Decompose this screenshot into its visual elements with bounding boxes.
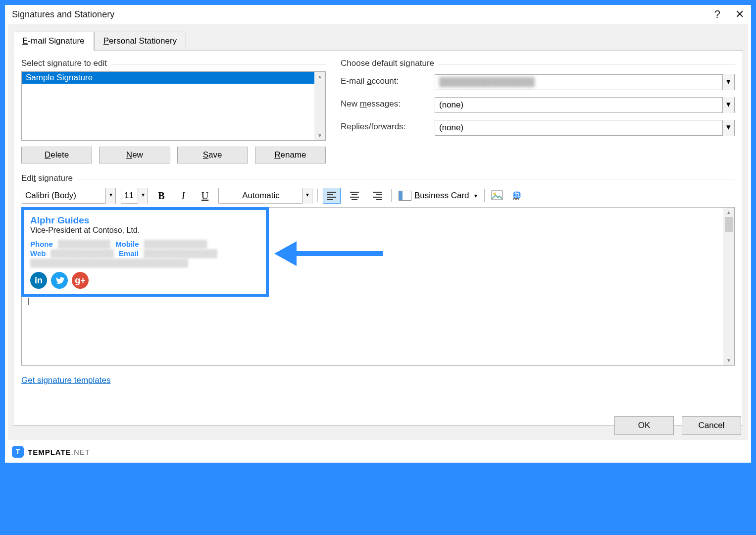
scroll-down-icon[interactable]: ▼	[726, 358, 731, 363]
chevron-down-icon[interactable]: ▾	[105, 188, 115, 204]
address-value: ██████████████████████████████	[30, 259, 188, 267]
save-button[interactable]: Save	[177, 147, 248, 163]
dialog-window: Signatures and Stationery ? ✕ E-mail Sig…	[5, 5, 751, 441]
tab-email-signature[interactable]: E-mail Signature	[13, 32, 94, 51]
email-label: Email	[119, 249, 139, 258]
googleplus-icon[interactable]: g+	[72, 272, 89, 289]
new-messages-label: New messages:	[341, 97, 430, 113]
new-messages-select[interactable]: (none) ▾	[435, 97, 735, 113]
toolbar-separator	[391, 189, 392, 202]
scroll-thumb[interactable]	[725, 217, 733, 232]
signature-listbox[interactable]: Sample Signature ▲ ▼	[21, 71, 326, 141]
default-signature-group: Choose default signature E-mail account:…	[341, 58, 735, 163]
email-value: ██████████████	[144, 249, 217, 258]
chevron-down-icon[interactable]: ▾	[722, 97, 734, 113]
web-value: ████████████	[50, 249, 114, 258]
editor-scrollbar[interactable]: ▲ ▼	[723, 208, 734, 365]
rename-button[interactable]: Rename	[255, 147, 326, 163]
scroll-down-icon[interactable]: ▼	[317, 133, 322, 138]
default-signature-legend: Choose default signature	[341, 58, 438, 68]
signature-editor[interactable]: Alphr Guides Vice-President at Contoso, …	[21, 207, 735, 366]
italic-button[interactable]: I	[175, 188, 192, 204]
dialog-title: Signatures and Stationery	[12, 9, 714, 20]
svg-point-1	[493, 193, 496, 195]
toolbar-separator	[317, 189, 318, 202]
footer-logo-icon: T	[12, 446, 24, 458]
tab-strip: E-mail Signature Personal Stationery	[8, 24, 748, 51]
editor-toolbar: Calibri (Body)▾ 11▾ B I U Automatic▾ Bus…	[21, 187, 735, 204]
email-account-select[interactable]: ████████████████ ▾	[435, 74, 735, 90]
scroll-up-icon[interactable]: ▲	[726, 210, 731, 215]
web-label: Web	[30, 249, 46, 258]
footer-brand: TEMPLATE.NET	[28, 448, 90, 456]
align-right-button[interactable]	[368, 188, 386, 204]
bold-button[interactable]: B	[153, 188, 170, 204]
editor-cursor: |	[28, 297, 723, 306]
signature-name: Alphr Guides	[30, 215, 260, 226]
font-select[interactable]: Calibri (Body)▾	[22, 188, 116, 204]
linkedin-icon[interactable]: in	[30, 272, 47, 289]
toolbar-separator	[484, 189, 485, 202]
cancel-button[interactable]: Cancel	[682, 416, 741, 435]
font-color-select[interactable]: Automatic▾	[218, 188, 312, 204]
chevron-down-icon[interactable]: ▾	[302, 188, 312, 204]
signature-job-title: Vice-President at Contoso, Ltd.	[30, 226, 260, 235]
get-templates-link[interactable]: Get signature templates	[21, 375, 110, 385]
new-button[interactable]: New	[99, 147, 170, 163]
delete-button[interactable]: Delete	[21, 147, 92, 163]
align-center-button[interactable]	[346, 188, 363, 204]
mobile-label: Mobile	[115, 240, 139, 248]
svg-rect-0	[492, 191, 503, 200]
twitter-icon[interactable]	[51, 272, 68, 289]
chevron-down-icon[interactable]: ▾	[722, 74, 734, 90]
tab-panel: Select signature to edit Sample Signatur…	[13, 50, 743, 426]
underline-button[interactable]: U	[197, 188, 213, 204]
phone-value: ██████████	[58, 240, 110, 248]
help-icon[interactable]: ?	[714, 8, 720, 21]
titlebar: Signatures and Stationery ? ✕	[5, 5, 751, 24]
close-icon[interactable]: ✕	[735, 8, 744, 21]
replies-forwards-label: Replies/forwards:	[341, 120, 430, 136]
ok-button[interactable]: OK	[614, 416, 674, 435]
listbox-scrollbar[interactable]: ▲ ▼	[314, 72, 325, 140]
select-signature-group: Select signature to edit Sample Signatur…	[21, 58, 326, 163]
insert-hyperlink-button[interactable]	[509, 188, 524, 203]
font-size-select[interactable]: 11▾	[121, 188, 148, 204]
list-item[interactable]: Sample Signature	[22, 72, 314, 84]
chevron-down-icon[interactable]: ▾	[138, 188, 148, 204]
scroll-up-icon[interactable]: ▲	[317, 74, 322, 79]
email-account-label: E-mail account:	[341, 74, 430, 90]
phone-label: Phone	[30, 240, 53, 248]
mobile-value: ████████████	[144, 240, 207, 248]
align-left-button[interactable]	[323, 188, 341, 204]
replies-forwards-select[interactable]: (none) ▾	[435, 120, 735, 136]
business-card-button[interactable]: Business Card▾	[397, 190, 479, 202]
business-card-icon	[399, 191, 411, 201]
select-signature-legend: Select signature to edit	[21, 58, 111, 68]
tab-personal-stationery[interactable]: Personal Stationery	[94, 32, 186, 51]
dialog-content: E-mail Signature Personal Stationery Sel…	[8, 24, 748, 440]
insert-picture-button[interactable]	[490, 188, 504, 203]
page-footer: T TEMPLATE.NET	[5, 441, 751, 463]
signature-highlight-box: Alphr Guides Vice-President at Contoso, …	[21, 207, 269, 297]
edit-signature-legend: Edit signature	[21, 173, 77, 183]
chevron-down-icon[interactable]: ▾	[722, 120, 734, 136]
